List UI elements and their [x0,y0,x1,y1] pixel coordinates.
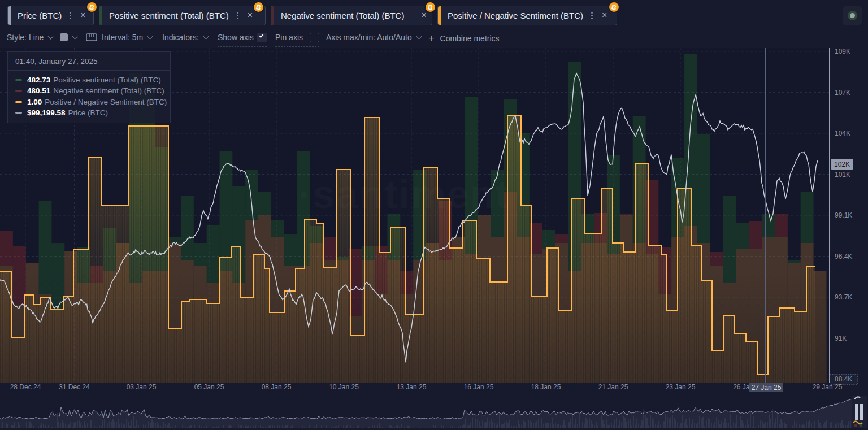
svg-text:109K: 109K [835,47,850,55]
svg-text:13 Jan 25: 13 Jan 25 [397,383,427,391]
svg-text:107K: 107K [835,89,850,97]
svg-text:10 Jan 25: 10 Jan 25 [329,383,359,391]
svg-text:101K: 101K [835,171,850,179]
svg-text:96.4K: 96.4K [835,253,852,260]
svg-text:29 Jan 25: 29 Jan 25 [813,383,843,391]
svg-text:88.4K: 88.4K [835,375,852,383]
svg-text:18 Jan 25: 18 Jan 25 [531,383,561,391]
svg-text:23 Jan 25: 23 Jan 25 [666,383,696,391]
svg-text:03 Jan 25: 03 Jan 25 [127,383,157,391]
svg-text:91K: 91K [835,335,847,342]
svg-text:05 Jan 25: 05 Jan 25 [194,383,224,391]
svg-text:16 Jan 25: 16 Jan 25 [464,383,494,391]
svg-text:104K: 104K [835,129,850,137]
svg-text:·santiment: ·santiment [298,172,510,216]
svg-text:28 Dec 24: 28 Dec 24 [10,383,41,391]
svg-text:93.7K: 93.7K [835,293,852,301]
svg-text:99.1K: 99.1K [835,211,852,219]
svg-text:08 Jan 25: 08 Jan 25 [262,383,292,391]
svg-text:21 Jan 25: 21 Jan 25 [598,383,628,391]
svg-text:31 Dec 24: 31 Dec 24 [59,383,90,391]
svg-text:27 Jan 25: 27 Jan 25 [752,384,782,392]
svg-text:102K: 102K [834,160,850,168]
